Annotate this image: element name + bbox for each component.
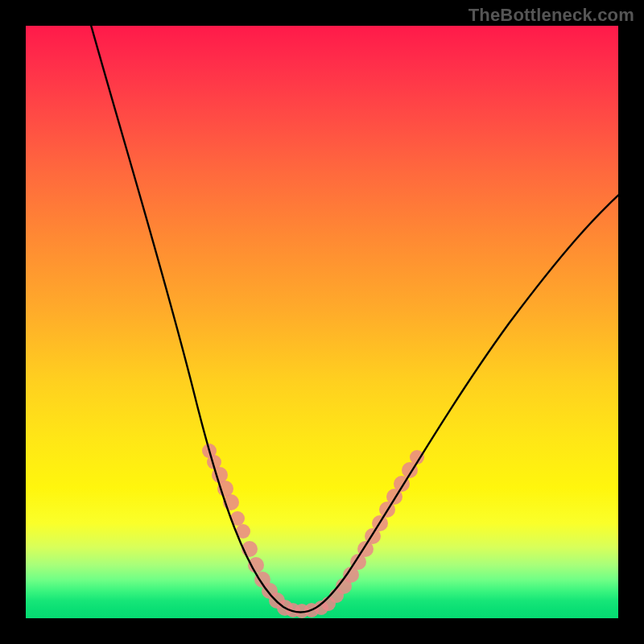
chart-frame: TheBottleneck.com	[0, 0, 644, 644]
watermark-text: TheBottleneck.com	[469, 5, 634, 26]
curve-layer	[26, 26, 618, 618]
bottleneck-curve-path	[82, 26, 618, 613]
plot-area	[26, 26, 618, 618]
